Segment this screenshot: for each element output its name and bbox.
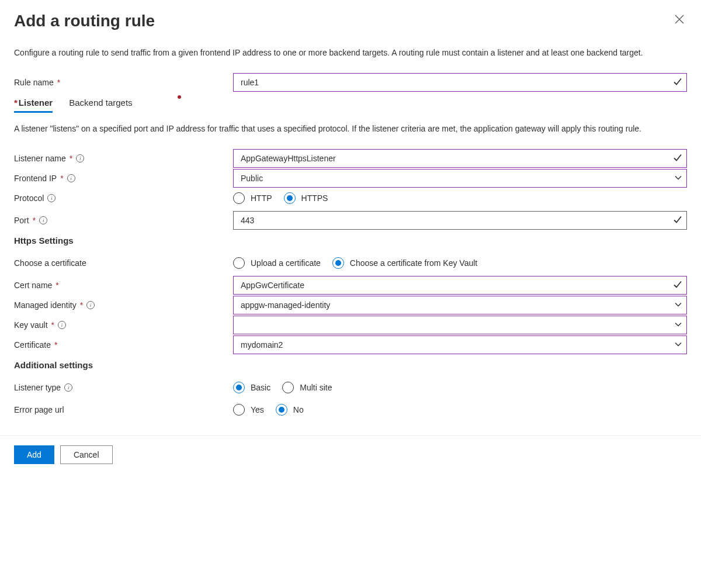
listener-type-radio-group: Basic Multi site [233,382,332,393]
listener-name-input[interactable] [233,149,687,168]
frontend-ip-label: Frontend IP* i [14,174,233,183]
https-settings-heading: Https Settings [14,236,687,245]
additional-settings-heading: Additional settings [14,360,687,370]
info-icon[interactable]: i [76,154,84,162]
key-vault-label: Key vault* i [14,320,233,330]
tab-listener[interactable]: *Listener [14,98,53,112]
tabs: *Listener Backend targets [14,98,687,112]
info-icon[interactable]: i [64,383,72,392]
protocol-https-radio[interactable]: HTTPS [284,192,328,204]
close-icon[interactable] [672,12,687,29]
info-icon[interactable]: i [58,321,66,329]
info-icon[interactable]: i [39,216,47,224]
keyvault-cert-radio[interactable]: Choose a certificate from Key Vault [332,257,477,269]
upload-cert-radio[interactable]: Upload a certificate [233,257,321,269]
certificate-select[interactable] [233,335,687,354]
frontend-ip-select[interactable] [233,169,687,188]
cert-name-input[interactable] [233,276,687,295]
info-icon[interactable]: i [47,194,55,202]
listener-type-multisite-radio[interactable]: Multi site [282,382,332,393]
listener-type-basic-radio[interactable]: Basic [233,382,270,393]
notification-dot-icon [178,95,181,99]
panel-header: Add a routing rule [14,12,687,30]
rule-name-label: Rule name* [14,78,233,87]
protocol-radio-group: HTTP HTTPS [233,192,328,204]
error-page-yes-radio[interactable]: Yes [233,404,264,416]
rule-name-input[interactable] [233,73,687,92]
error-page-label: Error page url [14,405,233,414]
panel-description: Configure a routing rule to send traffic… [14,47,687,59]
certificate-label: Certificate* [14,340,233,350]
port-input[interactable] [233,211,687,230]
add-button[interactable]: Add [14,445,54,464]
tab-backend-targets[interactable]: Backend targets [69,98,132,112]
key-vault-select[interactable] [233,316,687,334]
info-icon[interactable]: i [86,301,95,309]
listener-name-label: Listener name* i [14,154,233,163]
listener-type-label: Listener type i [14,383,233,392]
managed-identity-select[interactable] [233,296,687,314]
footer: Add Cancel [0,435,701,473]
protocol-label: Protocol i [14,193,233,203]
listener-description: A listener "listens" on a specified port… [14,123,687,135]
managed-identity-label: Managed identity* i [14,300,233,310]
cert-name-label: Cert name* [14,281,233,290]
protocol-http-radio[interactable]: HTTP [233,192,272,204]
choose-cert-label: Choose a certificate [14,258,233,268]
port-label: Port* i [14,216,233,225]
cancel-button[interactable]: Cancel [60,445,113,464]
error-page-radio-group: Yes No [233,404,304,416]
page-title: Add a routing rule [14,12,155,30]
choose-cert-radio-group: Upload a certificate Choose a certificat… [233,257,477,269]
info-icon[interactable]: i [67,174,75,182]
error-page-no-radio[interactable]: No [276,404,304,416]
